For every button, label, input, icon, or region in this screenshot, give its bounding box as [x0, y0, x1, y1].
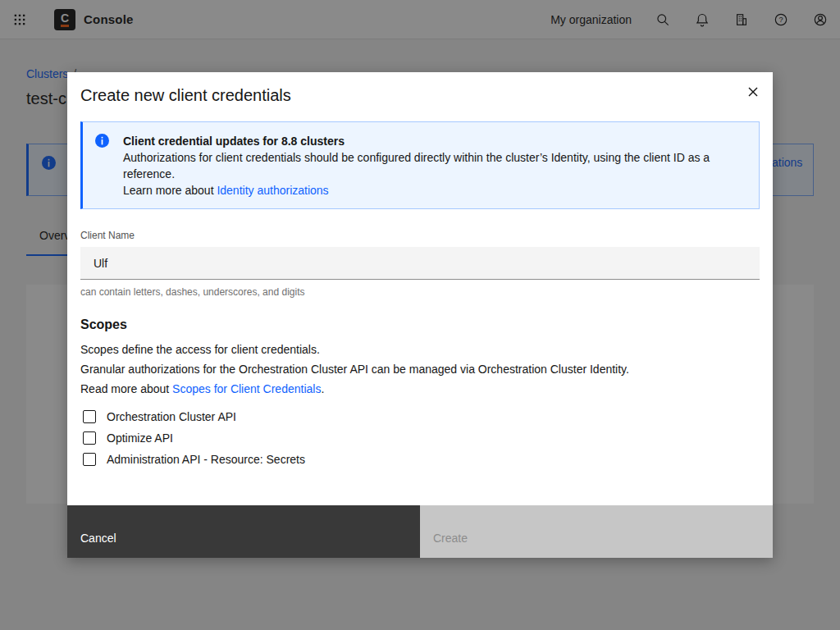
identity-authorizations-link[interactable]: Identity authorizations: [217, 184, 328, 197]
checkbox-row-administration-api-secrets[interactable]: Administration API - Resource: Secrets: [80, 449, 305, 470]
checkbox-row-orchestration-cluster-api[interactable]: Orchestration Cluster API: [80, 406, 305, 427]
create-button[interactable]: Create: [420, 505, 773, 558]
scopes-description-2: Granular authorizations for the Orchestr…: [80, 361, 629, 377]
checkbox-row-optimize-api[interactable]: Optimize API: [80, 427, 305, 449]
scopes-checkbox-group: Orchestration Cluster API Optimize API A…: [80, 406, 305, 470]
scopes-for-client-credentials-link[interactable]: Scopes for Client Credentials: [172, 382, 321, 395]
scopes-description-1: Scopes define the access for client cred…: [80, 341, 320, 358]
info-icon: [95, 134, 109, 148]
checkbox-administration-api-secrets[interactable]: [83, 453, 96, 466]
checkbox-orchestration-cluster-api[interactable]: [83, 410, 96, 423]
modal-close-button[interactable]: [733, 72, 773, 112]
notification-learn-more: Learn more about Identity authorizations: [123, 182, 746, 199]
checkbox-label: Orchestration Cluster API: [107, 410, 236, 423]
checkbox-label: Administration API - Resource: Secrets: [107, 453, 305, 466]
client-name-input[interactable]: [80, 247, 760, 280]
client-name-helper-text: can contain letters, dashes, underscores…: [80, 286, 305, 298]
modal-footer: Cancel Create: [67, 505, 773, 558]
scopes-description-3: Read more about Scopes for Client Creden…: [80, 381, 324, 397]
scopes-heading: Scopes: [80, 317, 127, 332]
modal-title: Create new client credentials: [80, 86, 291, 105]
checkbox-label: Optimize API: [107, 431, 173, 445]
create-client-credentials-modal: Create new client credentials Client cre…: [67, 72, 773, 558]
client-name-label: Client Name: [80, 230, 135, 241]
screen: C Console My organization: [0, 0, 840, 630]
notification-title: Client credential updates for 8.8 cluste…: [123, 133, 746, 149]
notification-body: Authorizations for client credentials sh…: [123, 149, 746, 182]
info-notification: Client credential updates for 8.8 cluste…: [80, 121, 760, 209]
cancel-button[interactable]: Cancel: [67, 505, 420, 558]
notification-text: Client credential updates for 8.8 cluste…: [123, 133, 746, 199]
checkbox-optimize-api[interactable]: [83, 431, 96, 445]
close-icon: [746, 85, 760, 98]
